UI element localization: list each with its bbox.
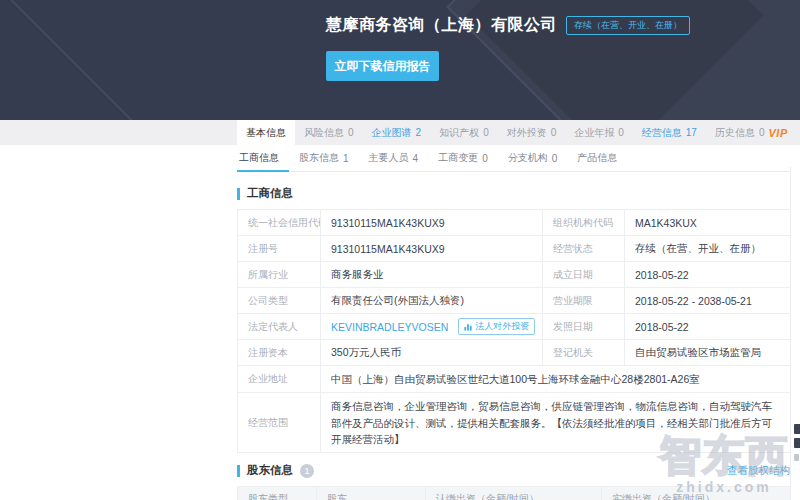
tab-label: 企业年报 xyxy=(574,126,614,140)
business-info-section-header: 工商信息 xyxy=(237,186,790,201)
sub-tab-label: 工商变更 xyxy=(438,151,478,165)
tab-count: 0 xyxy=(551,127,557,138)
view-equity-structure-link[interactable]: 查看股权结构 xyxy=(727,464,790,478)
info-label: 企业地址 xyxy=(238,366,321,393)
main-tab-企业年报[interactable]: 企业年报0 xyxy=(565,120,633,145)
main-tab-风险信息[interactable]: 风险信息0 xyxy=(295,120,363,145)
info-row: 法定代表人KEVINBRADLEYVOSEN法人对外投资发照日期2018-05-… xyxy=(238,314,791,340)
sub-tab-股东信息[interactable]: 股东信息1 xyxy=(289,145,359,171)
info-label: 法定代表人 xyxy=(238,314,321,340)
info-row: 所属行业商务服务业成立日期2018-05-22 xyxy=(238,262,791,288)
main-tabs: 基本信息风险信息0企业图谱2知识产权0对外投资0企业年报0经营信息17历史信息0… xyxy=(237,120,800,145)
sub-tab-count: 1 xyxy=(343,153,349,164)
info-row: 统一社会信用代码91310115MA1K43KUX9组织机构代码MA1K43KU… xyxy=(238,210,791,236)
info-value: 商务信息咨询，企业管理咨询，贸易信息咨询，供应链管理咨询，物流信息咨询，自动驾驶… xyxy=(321,393,791,453)
tab-label: 历史信息 xyxy=(715,126,755,140)
tab-count: 0 xyxy=(348,127,354,138)
sub-tab-产品信息[interactable]: 产品信息 xyxy=(567,145,627,171)
tab-label: 企业图谱 xyxy=(372,126,412,140)
tab-label: 风险信息 xyxy=(304,126,344,140)
business-info-body: 统一社会信用代码91310115MA1K43KUX9组织机构代码MA1K43KU… xyxy=(238,210,791,453)
info-value: KEVINBRADLEYVOSEN法人对外投资 xyxy=(321,314,543,340)
tab-count: 2 xyxy=(416,127,422,138)
main-tab-知识产权[interactable]: 知识产权0 xyxy=(430,120,498,145)
tab-count: 17 xyxy=(686,127,697,138)
info-value: 中国（上海）自由贸易试验区世纪大道100号上海环球金融中心28楼2801-A26… xyxy=(321,366,791,393)
info-row: 公司类型有限责任公司(外国法人独资)营业期限2018-05-22 - 2038-… xyxy=(238,288,791,314)
info-value: 91310115MA1K43KUX9 xyxy=(321,236,543,262)
info-label: 成立日期 xyxy=(543,262,625,288)
sub-tab-count: 0 xyxy=(552,153,558,164)
info-value: 有限责任公司(外国法人独资) xyxy=(321,288,543,314)
info-value: 2018-05-22 - 2038-05-21 xyxy=(625,288,791,314)
bar-chart-icon xyxy=(464,323,472,331)
tab-label: 知识产权 xyxy=(439,126,479,140)
info-value: 自由贸易试验区市场监管局 xyxy=(625,340,791,366)
shareholders-header-row: 股东类型股东认缴出资（金额/时间）实缴出资（金额/时间） xyxy=(238,487,791,500)
tab-count: 0 xyxy=(483,127,489,138)
info-label: 组织机构代码 xyxy=(543,210,625,236)
info-value: 商务服务业 xyxy=(321,262,543,288)
sub-tab-label: 分支机构 xyxy=(508,151,548,165)
clipped-edge-text xyxy=(794,438,800,448)
sub-tab-主要人员[interactable]: 主要人员4 xyxy=(359,145,429,171)
main-tab-历史信息[interactable]: 历史信息0VIP xyxy=(706,120,797,145)
content-column: 工商信息股东信息1主要人员4工商变更0分支机构0产品信息 工商信息 统一社会信用… xyxy=(237,145,790,500)
info-label: 注册资本 xyxy=(238,340,321,366)
info-label: 统一社会信用代码 xyxy=(238,210,321,236)
section-accent-bar xyxy=(237,465,240,477)
company-profile-page: 慧摩商务咨询（上海）有限公司 存续（在营、开业、在册） 立即下载信用报告 基本信… xyxy=(0,0,800,500)
download-credit-report-button[interactable]: 立即下载信用报告 xyxy=(326,51,439,81)
tab-label: 对外投资 xyxy=(507,126,547,140)
info-label: 营业期限 xyxy=(543,288,625,314)
info-label: 经营范围 xyxy=(238,393,321,453)
info-value: 2018-05-22 xyxy=(625,262,791,288)
business-info-table: 统一社会信用代码91310115MA1K43KUX9组织机构代码MA1K43KU… xyxy=(237,209,791,453)
info-label: 经营状态 xyxy=(543,236,625,262)
info-value: MA1K43KUX xyxy=(625,210,791,236)
sub-tab-label: 工商信息 xyxy=(239,151,279,165)
section-accent-bar xyxy=(237,188,240,200)
info-label: 发照日期 xyxy=(543,314,625,340)
shareholders-column-header: 实缴出资（金额/时间） xyxy=(602,487,791,500)
clipped-edge-text xyxy=(794,424,800,434)
main-tab-对外投资[interactable]: 对外投资0 xyxy=(498,120,566,145)
info-label: 公司类型 xyxy=(238,288,321,314)
main-tab-基本信息[interactable]: 基本信息 xyxy=(237,120,295,145)
sub-tab-count: 0 xyxy=(482,153,488,164)
legal-representative-link[interactable]: KEVINBRADLEYVOSEN xyxy=(331,321,448,333)
shareholders-column-header: 股东类型 xyxy=(238,487,317,500)
info-label: 注册号 xyxy=(238,236,321,262)
sub-tab-工商信息[interactable]: 工商信息 xyxy=(237,145,289,171)
shareholders-column-header: 认缴出资（金额/时间） xyxy=(426,487,602,500)
tab-count: 0 xyxy=(618,127,624,138)
shareholders-count-badge: 1 xyxy=(300,464,314,478)
tab-label: 经营信息 xyxy=(642,126,682,140)
outbound-investment-badge[interactable]: 法人对外投资 xyxy=(458,318,535,335)
info-value: 存续（在营、开业、在册） xyxy=(625,236,791,262)
shareholders-section-header: 股东信息 1 查看股权结构 xyxy=(237,463,790,478)
sub-tab-label: 主要人员 xyxy=(369,151,409,165)
sub-tabs: 工商信息股东信息1主要人员4工商变更0分支机构0产品信息 xyxy=(237,145,790,172)
hero-diagonal-decoration xyxy=(0,0,205,122)
info-label: 登记机关 xyxy=(543,340,625,366)
outbound-investment-badge-label: 法人对外投资 xyxy=(475,320,529,333)
info-label: 所属行业 xyxy=(238,262,321,288)
company-name: 慧摩商务咨询（上海）有限公司 xyxy=(326,15,557,36)
info-value: 350万元人民币 xyxy=(321,340,543,366)
sub-tab-工商变更[interactable]: 工商变更0 xyxy=(428,145,498,171)
clipped-right-panel xyxy=(790,167,800,500)
info-row: 经营范围商务信息咨询，企业管理咨询，贸易信息咨询，供应链管理咨询，物流信息咨询，… xyxy=(238,393,791,453)
info-value: 2018-05-22 xyxy=(625,314,791,340)
tab-label: 基本信息 xyxy=(246,126,286,140)
sub-tab-label: 产品信息 xyxy=(577,151,617,165)
shareholders-title: 股东信息 xyxy=(247,463,293,478)
sub-tab-分支机构[interactable]: 分支机构0 xyxy=(498,145,568,171)
main-tab-经营信息[interactable]: 经营信息17 xyxy=(633,120,706,145)
shareholders-column-header: 股东 xyxy=(317,487,426,500)
shareholders-table: 股东类型股东认缴出资（金额/时间）实缴出资（金额/时间） 外国地区企业WAYMO… xyxy=(237,486,791,500)
sub-tab-count: 4 xyxy=(413,153,419,164)
business-info-title: 工商信息 xyxy=(247,186,293,201)
clipped-edge-text xyxy=(794,454,799,461)
main-tab-企业图谱[interactable]: 企业图谱2 xyxy=(363,120,431,145)
